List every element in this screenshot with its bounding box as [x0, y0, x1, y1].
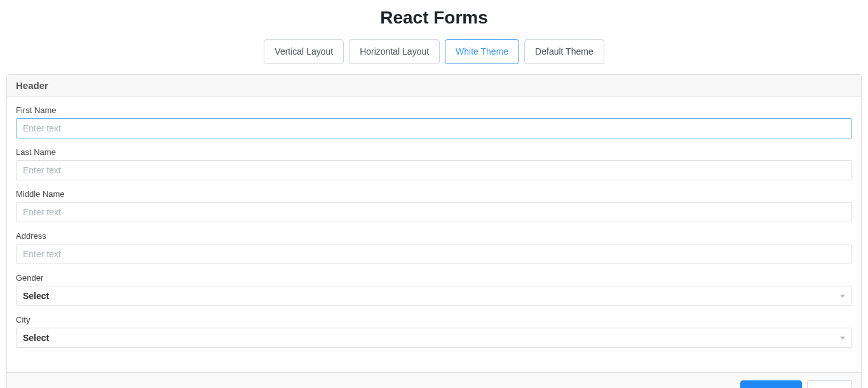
city-label: City [16, 315, 852, 324]
address-input[interactable] [16, 244, 852, 264]
layout-button-group: Vertical Layout Horizontal Layout White … [0, 39, 868, 64]
address-label: Address [16, 231, 852, 241]
reset-button[interactable]: Reset [807, 380, 852, 388]
white-theme-button[interactable]: White Theme [445, 39, 519, 64]
form-panel: Header First Name Last Name Middle Name … [6, 74, 862, 388]
middle-name-input[interactable] [16, 202, 852, 222]
middle-name-label: Middle Name [16, 189, 852, 199]
chevron-down-icon [840, 295, 845, 298]
city-select[interactable]: Select [16, 328, 852, 348]
last-name-label: Last Name [16, 147, 852, 157]
last-name-group: Last Name [16, 147, 852, 180]
horizontal-layout-button[interactable]: Horizontal Layout [349, 39, 440, 64]
city-group: City Select [16, 315, 852, 348]
chevron-down-icon [840, 337, 845, 340]
panel-footer: Submit Reset [7, 372, 861, 388]
last-name-input[interactable] [16, 160, 852, 180]
gender-group: Gender Select [16, 273, 852, 306]
submit-button[interactable]: Submit [740, 380, 803, 388]
address-group: Address [16, 231, 852, 264]
gender-select[interactable]: Select [16, 286, 852, 306]
first-name-input[interactable] [16, 118, 852, 138]
page-title: React Forms [0, 8, 868, 28]
city-select-text: Select [23, 333, 49, 343]
default-theme-button[interactable]: Default Theme [524, 39, 604, 64]
gender-label: Gender [16, 273, 852, 283]
panel-body: First Name Last Name Middle Name Address… [7, 97, 861, 372]
middle-name-group: Middle Name [16, 189, 852, 222]
gender-select-text: Select [23, 291, 49, 301]
panel-header: Header [7, 75, 861, 97]
first-name-group: First Name [16, 105, 852, 138]
first-name-label: First Name [16, 105, 852, 115]
vertical-layout-button[interactable]: Vertical Layout [264, 39, 344, 64]
